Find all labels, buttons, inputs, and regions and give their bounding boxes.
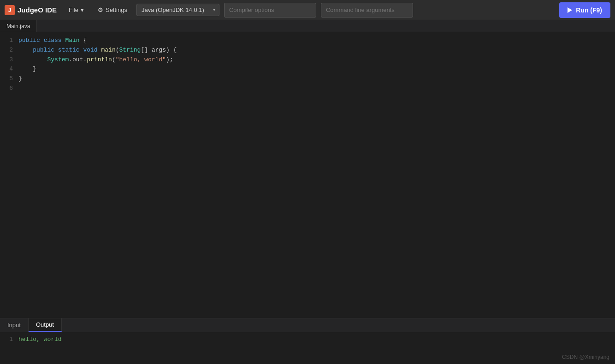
code-token: static — [58, 47, 80, 53]
code-content[interactable]: public class Main { public static void m… — [18, 32, 615, 318]
play-icon — [568, 7, 572, 13]
code-token: class — [44, 37, 62, 44]
settings-label: Settings — [106, 6, 127, 13]
code-token — [98, 47, 101, 53]
code-token: { — [80, 37, 87, 44]
language-select[interactable]: Java (OpenJDK 14.0.1) — [136, 4, 219, 16]
file-tabs-bar: Main.java — [0, 20, 615, 32]
code-token: String — [119, 47, 141, 53]
line-number: 2 — [0, 46, 13, 55]
code-line: } — [18, 65, 615, 74]
line-number: 6 — [0, 84, 13, 94]
bottom-panel: InputOutput 1hello, world — [0, 318, 615, 364]
brand: J JudgeO IDE — [5, 5, 57, 15]
line-number: 3 — [0, 55, 13, 65]
line-number: 4 — [0, 65, 13, 74]
code-token: "hello, world" — [116, 56, 166, 63]
code-token: ); — [166, 56, 173, 63]
code-token — [54, 47, 58, 53]
code-token: ( — [112, 56, 116, 63]
code-token: System — [47, 56, 69, 63]
code-token: Main — [65, 37, 79, 44]
settings-button[interactable]: ⚙ Settings — [93, 5, 132, 15]
compiler-options-input[interactable] — [224, 3, 316, 18]
brand-logo-icon: J — [5, 5, 15, 15]
panel-tab-input[interactable]: Input — [0, 318, 29, 332]
brand-name: JudgeO IDE — [18, 6, 57, 14]
code-token: void — [83, 47, 97, 53]
output-line-text: hello, world — [18, 335, 62, 345]
code-token: } — [18, 75, 22, 82]
editor-area: 123456 public class Main { public static… — [0, 32, 615, 318]
line-number: 5 — [0, 74, 13, 84]
code-token: main — [101, 47, 116, 53]
code-token — [18, 47, 33, 53]
code-token: } — [18, 65, 36, 72]
line-number: 1 — [0, 36, 13, 46]
code-token — [40, 37, 44, 44]
code-line: } — [18, 74, 615, 84]
file-tab-main[interactable]: Main.java — [0, 20, 37, 32]
code-line: public static void main(String[] args) { — [18, 46, 615, 55]
run-button[interactable]: Run (F9) — [559, 2, 610, 18]
code-token: public — [18, 37, 40, 44]
code-token: ( — [116, 47, 119, 53]
output-line-number: 1 — [0, 335, 18, 345]
panel-content: 1hello, world — [0, 332, 615, 364]
watermark: CSDN @Xminyang — [562, 354, 609, 360]
file-menu-arrow-icon: ▾ — [81, 6, 84, 13]
run-label: Run (F9) — [576, 6, 602, 14]
language-selector-wrapper: Java (OpenJDK 14.0.1) ▾ — [136, 4, 219, 16]
code-token — [18, 56, 47, 63]
file-menu-button[interactable]: File ▾ — [64, 5, 89, 15]
code-line: System.out.println("hello, world"); — [18, 55, 615, 65]
file-menu-label: File — [69, 6, 78, 13]
gear-icon: ⚙ — [98, 6, 103, 13]
panel-tabs-bar: InputOutput — [0, 318, 615, 332]
output-line: 1hello, world — [0, 335, 615, 345]
navbar: J JudgeO IDE File ▾ ⚙ Settings Java (Ope… — [0, 0, 615, 20]
code-token: .out. — [69, 56, 87, 63]
line-numbers: 123456 — [0, 32, 18, 318]
panel-tab-output[interactable]: Output — [29, 318, 62, 332]
file-tab-label: Main.java — [6, 23, 30, 29]
code-token: [] args) { — [141, 47, 177, 53]
code-token: println — [87, 56, 112, 63]
code-token: public — [33, 47, 54, 53]
command-line-args-input[interactable] — [321, 3, 413, 18]
code-line: public class Main { — [18, 36, 615, 46]
